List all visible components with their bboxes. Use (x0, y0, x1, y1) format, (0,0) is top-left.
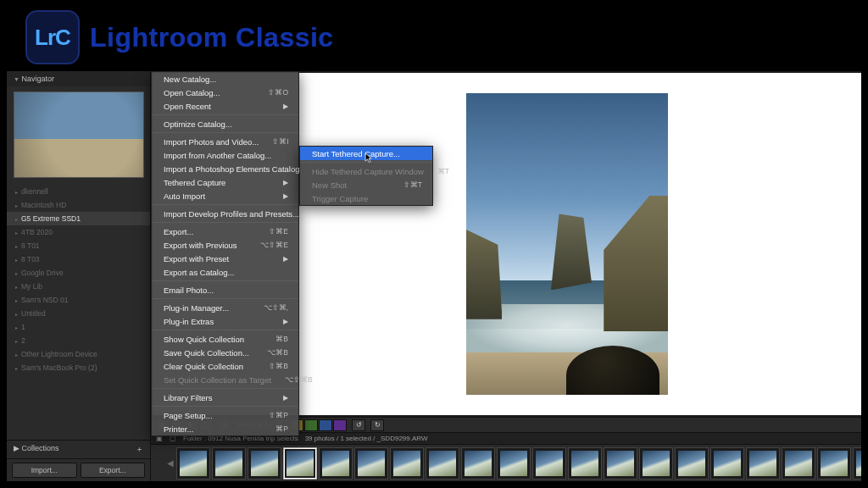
photo-count: 39 photos / 1 selected / _SDD9299.ARW (305, 435, 428, 442)
menu-item[interactable]: Import from Another Catalog... (152, 148, 298, 162)
filmstrip-thumb[interactable] (568, 447, 602, 480)
menu-item[interactable]: Save Quick Collection...⌥⌘B (152, 346, 298, 359)
folder-list: ▸dkennell▸Macintosh HD▸G5 Extreme SSD1▸4… (7, 183, 150, 440)
menu-item[interactable]: Import Develop Profiles and Presets... (152, 207, 298, 220)
menu-item[interactable]: Library Filters▶ (152, 391, 298, 404)
menu-item[interactable]: Plug-in Manager...⌥⇧⌘, (152, 301, 298, 314)
menu-item[interactable]: Clear Quick Collection⇧⌘B (152, 359, 298, 373)
menu-item[interactable]: Open Recent▶ (152, 99, 298, 113)
filmstrip-thumb[interactable] (710, 447, 744, 480)
color-label-green[interactable] (304, 419, 318, 431)
menu-item[interactable]: Import Photos and Video...⇧⌘I (152, 135, 298, 148)
filmstrip[interactable]: ◀ ▶ (151, 444, 861, 481)
cursor-icon (364, 152, 373, 164)
menu-item[interactable]: Page Setup...⇧⌘P (152, 408, 298, 422)
file-menu[interactable]: New Catalog...Open Catalog...⇧⌘OOpen Rec… (151, 71, 299, 436)
menu-item[interactable]: Export...⇧⌘E (152, 225, 298, 238)
menu-item[interactable]: Optimize Catalog... (152, 117, 298, 130)
menu-item[interactable]: Show Quick Collection⌘B (152, 332, 298, 346)
submenu-item: Hide Tethered Capture Window⌘T (300, 164, 432, 178)
color-label-blue[interactable] (319, 419, 332, 431)
filmstrip-thumb[interactable] (497, 447, 531, 480)
export-button[interactable]: Export... (81, 463, 146, 478)
filmstrip-thumb[interactable] (639, 447, 673, 480)
app-logo: LrC (25, 10, 80, 64)
folder-item[interactable]: ▸8 T01 (7, 239, 150, 252)
filmstrip-thumb[interactable] (248, 447, 281, 480)
navigator-header[interactable]: ▼ Navigator (7, 71, 150, 86)
filmstrip-thumb[interactable] (390, 447, 424, 480)
folder-item[interactable]: ▸Other Lightroom Device (7, 347, 150, 361)
filmstrip-thumb[interactable] (532, 447, 566, 480)
filmstrip-thumb[interactable] (426, 447, 459, 480)
menu-item[interactable]: Open Catalog...⇧⌘O (152, 86, 298, 99)
menu-item[interactable]: Email Photo... (152, 283, 298, 297)
filmstrip-thumb[interactable] (817, 447, 851, 480)
navigator-preview[interactable] (7, 86, 150, 183)
filmstrip-thumb[interactable] (675, 447, 709, 480)
menu-item[interactable]: Plug-in Extras▶ (152, 314, 298, 328)
brand-bar: LrC Lightroom Classic (25, 7, 334, 68)
folder-item[interactable]: ▸Sam's MacBook Pro (2) (7, 361, 150, 374)
filmstrip-thumb[interactable] (853, 447, 861, 480)
filmstrip-thumb[interactable] (176, 447, 210, 480)
app-name: Lightroom Classic (90, 22, 334, 53)
rotate-ccw-button[interactable]: ↺ (352, 419, 365, 431)
folder-item[interactable]: ▸Sam's NSD 01 (7, 293, 150, 307)
folder-item[interactable]: ▸Google Drive (7, 266, 150, 280)
folder-item[interactable]: ▸Macintosh HD (7, 198, 150, 212)
submenu-item: New Shot⇧⌘T (300, 178, 432, 191)
folder-item[interactable]: ▸My Lib (7, 280, 150, 293)
filmstrip-left-arrow[interactable]: ◀ (166, 458, 175, 468)
preview-photo (466, 93, 668, 395)
menu-item[interactable]: Tethered Capture▶ (152, 175, 298, 189)
folder-item[interactable]: ▸4TB 2020 (7, 225, 150, 239)
submenu-item: Trigger Capture (300, 191, 432, 205)
color-label-purple[interactable] (333, 419, 347, 431)
filmstrip-thumb[interactable] (604, 447, 637, 480)
menu-item[interactable]: Export with Previous⌥⇧⌘E (152, 238, 298, 252)
import-button[interactable]: Import... (12, 463, 77, 478)
menu-item: Set Quick Collection as Target⌥⇧⌘B (152, 373, 298, 386)
filmstrip-thumb[interactable] (746, 447, 780, 480)
collections-header[interactable]: ▶ Collections＋ (7, 440, 150, 458)
folder-item[interactable]: ▸Untitled (7, 307, 150, 320)
menu-item[interactable]: New Catalog... (152, 72, 298, 86)
folder-item[interactable]: ▸2 (7, 334, 150, 347)
menu-item[interactable]: Export as Catalog... (152, 265, 298, 279)
menu-item[interactable]: Export with Preset▶ (152, 252, 298, 265)
rotate-cw-button[interactable]: ↻ (370, 419, 384, 431)
filmstrip-thumb[interactable] (354, 447, 388, 480)
filmstrip-thumb[interactable] (319, 447, 353, 480)
folder-item[interactable]: ▸G5 Extreme SSD1 (7, 212, 150, 225)
folder-item[interactable]: ▸1 (7, 320, 150, 334)
menu-item[interactable]: Printer...⌘P (152, 422, 298, 435)
filmstrip-thumb[interactable] (283, 447, 317, 480)
menu-item[interactable]: Auto Import▶ (152, 189, 298, 202)
folder-item[interactable]: ▸8 T03 (7, 252, 150, 266)
folder-item[interactable]: ▸dkennell (7, 185, 150, 198)
filmstrip-thumb[interactable] (212, 447, 246, 480)
left-panel: ▼ Navigator ▸dkennell▸Macintosh HD▸G5 Ex… (7, 71, 151, 481)
app-window: ▼ Navigator ▸dkennell▸Macintosh HD▸G5 Ex… (7, 71, 861, 481)
menu-item[interactable]: Import a Photoshop Elements Catalog... (152, 162, 298, 175)
filmstrip-thumb[interactable] (782, 447, 815, 480)
filmstrip-thumb[interactable] (461, 447, 495, 480)
